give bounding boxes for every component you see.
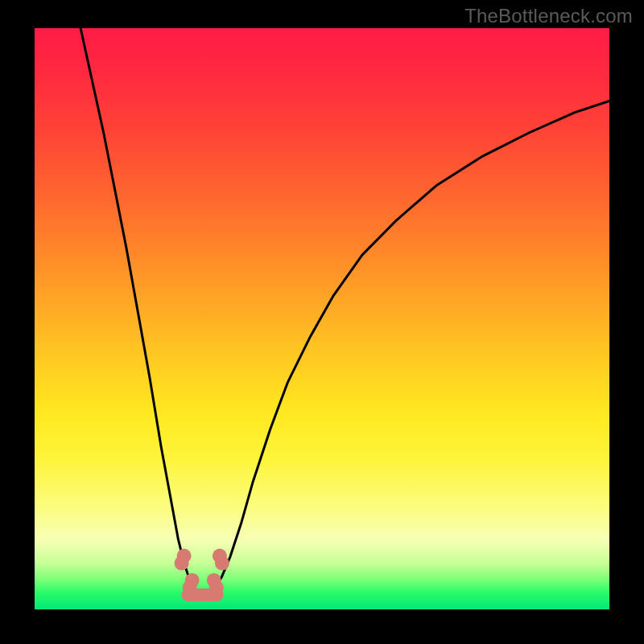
frame: TheBottleneck.com — [0, 0, 644, 644]
marker-group — [175, 549, 229, 601]
marker-right-dumbbell-top — [213, 549, 229, 571]
marker-bottom-pill — [182, 588, 224, 601]
series-left-branch — [80, 28, 196, 591]
marker-left-dumbbell-top — [175, 549, 192, 571]
watermark-text: TheBottleneck.com — [464, 5, 633, 27]
chart-svg — [35, 28, 609, 609]
svg-point-5 — [215, 556, 229, 571]
series-group — [80, 28, 609, 593]
svg-point-1 — [175, 556, 189, 571]
plot-area — [35, 28, 609, 609]
series-right-branch — [213, 101, 609, 591]
